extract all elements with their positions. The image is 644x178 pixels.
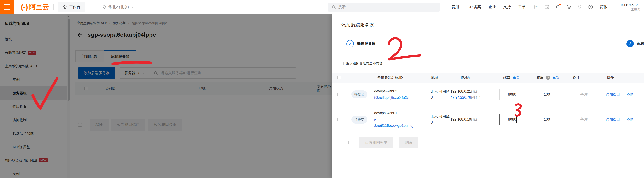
remove-link[interactable]: 移除 bbox=[626, 117, 634, 122]
remark-input[interactable] bbox=[572, 89, 596, 100]
show-all-row: 展示服务器组内全部内容 bbox=[340, 61, 382, 66]
notification-dot bbox=[559, 4, 561, 5]
nav-tickets[interactable]: 工单 bbox=[518, 4, 526, 9]
add-port-link[interactable]: 添加端口 bbox=[606, 117, 620, 122]
remark-input[interactable] bbox=[572, 114, 596, 125]
status-badge: 待提交 bbox=[352, 90, 367, 98]
remove-link[interactable]: 移除 bbox=[626, 92, 634, 97]
server-id-link[interactable]: i-2zei8qe4j5sze0rfu2vr bbox=[374, 96, 410, 100]
cart-icon[interactable] bbox=[566, 4, 571, 9]
search-icon bbox=[332, 5, 336, 9]
col-port: 端口 bbox=[503, 75, 510, 80]
region-selector[interactable]: 华北2 (北京) bbox=[102, 4, 134, 9]
server-name: devops-web02 bbox=[374, 89, 397, 93]
locale-switch[interactable]: 简体 bbox=[600, 4, 607, 9]
col-remark: 备注 bbox=[573, 75, 606, 80]
bell-icon[interactable] bbox=[555, 4, 560, 9]
nav-billing[interactable]: 费用 bbox=[452, 4, 459, 9]
checkmark-icon bbox=[348, 42, 352, 46]
private-ip: 192.168.0.21 bbox=[450, 89, 471, 93]
step2-label: 配置端口和权重 bbox=[637, 41, 644, 46]
step-indicator: 选择服务器 2 配置端口和权重 bbox=[346, 38, 644, 50]
port-input[interactable] bbox=[499, 89, 525, 100]
weight-input[interactable] bbox=[534, 114, 559, 125]
row-checkbox[interactable] bbox=[337, 93, 341, 96]
divider bbox=[613, 3, 613, 11]
global-search-placeholder: 搜索... bbox=[338, 4, 349, 9]
drawer-title: 添加后端服务器 bbox=[341, 22, 374, 28]
nav-support[interactable]: 支持 bbox=[503, 4, 511, 9]
workbench-button[interactable]: 工作台 bbox=[58, 2, 85, 12]
server-region: 北京 可用区J bbox=[431, 113, 450, 125]
server-region: 北京 可用区J bbox=[431, 88, 450, 100]
text-caret bbox=[516, 116, 517, 123]
location-pin-icon bbox=[102, 5, 106, 9]
port-reset-link[interactable]: 重置 bbox=[513, 75, 520, 80]
aliyun-logo[interactable]: (-) 阿里云 bbox=[21, 2, 49, 11]
port-input-focused[interactable] bbox=[499, 114, 525, 125]
chevron-down-icon bbox=[131, 5, 134, 8]
server-row: 待提交 devops-web02 i-2zei8qe4j5sze0rfu2vr … bbox=[332, 83, 644, 106]
step2-circle: 2 bbox=[626, 40, 634, 47]
nav-enterprise[interactable]: 企业 bbox=[488, 4, 496, 9]
region-label: 华北2 (北京) bbox=[108, 4, 129, 9]
server-row: 待提交 devops-web01 i-2ze6f225owewge1eumqj … bbox=[332, 106, 644, 133]
step1-check-circle bbox=[346, 40, 354, 47]
app-icon[interactable]: APP bbox=[534, 4, 538, 9]
top-bar: (-) 阿里云 工作台 华北2 (北京) 搜索... 费用 ICP 备案 企业 … bbox=[0, 0, 644, 14]
show-all-label: 展示服务器组内全部内容 bbox=[346, 61, 382, 66]
terminal-icon[interactable] bbox=[544, 4, 550, 9]
weight-help-icon[interactable]: ? bbox=[546, 76, 550, 80]
col-ip: IP地址 bbox=[461, 75, 499, 80]
col-server-name: 云服务器名称/ID bbox=[377, 75, 425, 80]
eip-link[interactable]: 47.94.220.78 bbox=[450, 95, 471, 99]
col-weight: 权重 bbox=[536, 75, 544, 80]
set-same-weight-button[interactable]: 设置相同权重 bbox=[359, 137, 393, 148]
status-badge: 待提交 bbox=[352, 116, 367, 124]
drawer-table-header: 云服务器名称/ID 地域 IP地址 端口 重置 权重 ? 重置 备注 操作 bbox=[332, 73, 644, 83]
account-type: 主账号 bbox=[631, 7, 641, 12]
app-icon-label: APP bbox=[534, 6, 538, 7]
divider bbox=[53, 4, 54, 10]
private-ip: 192.168.0.19 bbox=[450, 118, 471, 121]
hamburger-menu-icon[interactable] bbox=[0, 0, 14, 14]
modal-dim-overlay[interactable] bbox=[0, 14, 332, 178]
account-menu[interactable]: tb411045_2... 主账号 bbox=[618, 2, 641, 12]
step1-label: 选择服务器 bbox=[357, 41, 376, 46]
weight-reset-link[interactable]: 重置 bbox=[552, 75, 560, 80]
home-icon bbox=[62, 5, 67, 9]
add-backend-server-drawer: 添加后端服务器 选择服务器 2 配置端口和权重 展示服务器组内全部内容 云服务器… bbox=[332, 14, 644, 178]
global-search-input[interactable]: 搜索... bbox=[328, 2, 440, 11]
col-action: 操作 bbox=[607, 75, 644, 80]
aliyun-logo-mark: (-) bbox=[21, 3, 28, 11]
show-all-checkbox[interactable] bbox=[340, 62, 344, 65]
drawer-footer-checkbox[interactable] bbox=[345, 141, 349, 144]
top-nav: 费用 ICP 备案 企业 支持 工单 bbox=[452, 4, 526, 9]
help-icon-glyph: ? bbox=[590, 6, 592, 8]
row-checkbox[interactable] bbox=[337, 118, 341, 121]
delete-button[interactable]: 删除 bbox=[399, 137, 418, 148]
add-port-link[interactable]: 添加端口 bbox=[606, 92, 620, 97]
drawer-select-all-checkbox[interactable] bbox=[337, 76, 341, 79]
server-name: devops-web01 bbox=[374, 111, 397, 115]
account-name: tb411045_2... bbox=[618, 2, 641, 7]
col-region: 地域 bbox=[431, 75, 446, 80]
bulb-icon[interactable] bbox=[577, 4, 582, 9]
workbench-label: 工作台 bbox=[69, 4, 80, 9]
weight-input[interactable] bbox=[534, 89, 559, 100]
top-icons: APP ? bbox=[534, 4, 593, 9]
help-icon[interactable]: ? bbox=[588, 4, 593, 9]
server-id-link[interactable]: i-2ze6f225owewge1eumqj bbox=[374, 118, 413, 128]
nav-icp[interactable]: ICP 备案 bbox=[466, 4, 481, 9]
step-connector-line bbox=[380, 43, 621, 44]
aliyun-logo-text: 阿里云 bbox=[29, 2, 49, 11]
